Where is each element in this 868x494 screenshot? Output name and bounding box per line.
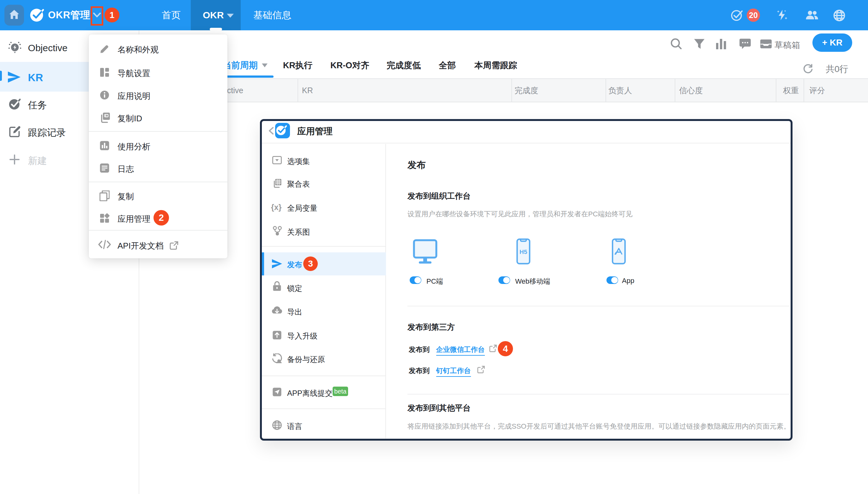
svg-text:H5: H5 (520, 249, 527, 255)
